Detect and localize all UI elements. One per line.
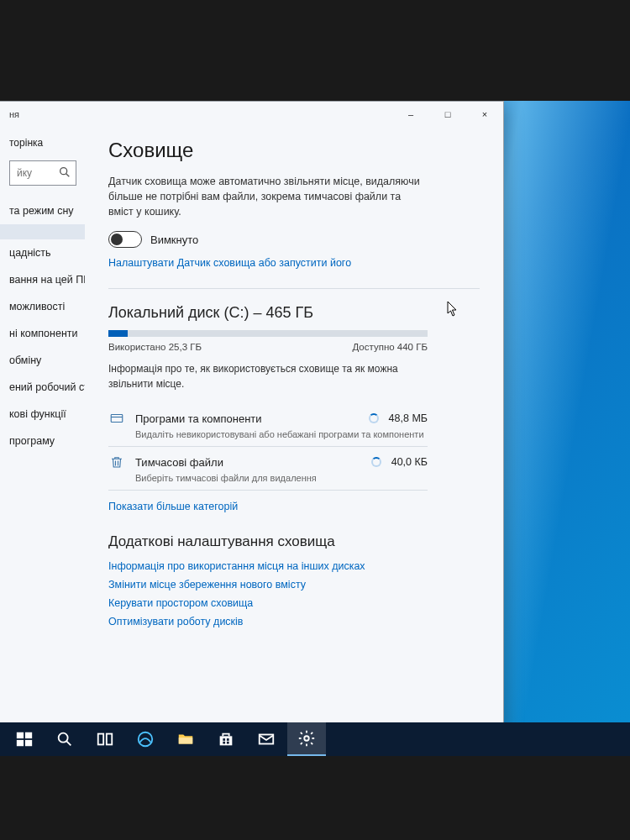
sidebar-item[interactable]: вання на цей ПК xyxy=(0,266,85,293)
divider xyxy=(108,288,480,289)
svg-rect-17 xyxy=(227,738,229,741)
disk-usage-fill xyxy=(108,330,128,337)
mail-button[interactable] xyxy=(247,722,286,756)
svg-rect-15 xyxy=(179,738,193,743)
other-drives-link[interactable]: Інформація про використання місця на інш… xyxy=(108,560,480,572)
sidebar-item[interactable]: ні компоненти xyxy=(0,320,85,347)
settings-button[interactable] xyxy=(287,722,326,756)
sidebar: торінка та режим сну цадність вання на ц… xyxy=(0,127,85,730)
disk-used-label: Використано 25,3 ГБ xyxy=(108,342,202,352)
optimize-drives-link[interactable]: Оптимізувати роботу дисків xyxy=(108,616,480,627)
category-temp-files[interactable]: Тимчасові файли 40,0 КБ Виберіть тимчасо… xyxy=(108,447,428,491)
manage-storage-spaces-link[interactable]: Керувати простором сховища xyxy=(108,597,480,609)
svg-rect-6 xyxy=(17,732,24,738)
sidebar-item-storage[interactable] xyxy=(0,224,85,239)
category-name: Тимчасові файли xyxy=(135,456,356,469)
svg-rect-12 xyxy=(98,734,103,745)
svg-rect-7 xyxy=(25,732,32,738)
taskbar-search-button[interactable] xyxy=(45,722,84,756)
minimize-button[interactable]: – xyxy=(392,102,429,127)
close-button[interactable]: × xyxy=(466,102,503,127)
category-name: Програми та компоненти xyxy=(135,412,354,425)
show-more-categories-link[interactable]: Показати більше категорій xyxy=(108,501,238,512)
category-size: 48,8 МБ xyxy=(389,412,428,424)
toggle-state-label: Вимкнуто xyxy=(150,234,198,246)
svg-point-21 xyxy=(304,736,309,741)
sidebar-item[interactable]: цадність xyxy=(0,239,85,266)
svg-rect-2 xyxy=(111,415,123,423)
maximize-button[interactable]: □ xyxy=(429,102,466,127)
sidebar-item[interactable]: обміну xyxy=(0,347,85,374)
apps-icon xyxy=(108,410,125,427)
disk-title: Локальний диск (C:) – 465 ГБ xyxy=(108,304,480,322)
taskbar xyxy=(0,722,630,756)
category-apps[interactable]: Програми та компоненти 48,8 МБ Видаліть … xyxy=(108,403,428,447)
file-explorer-button[interactable] xyxy=(166,722,205,756)
page-title: Сховище xyxy=(108,139,480,162)
svg-line-11 xyxy=(66,741,71,745)
sidebar-item[interactable]: програму xyxy=(0,428,85,454)
usage-hint: Інформація про те, як використовується с… xyxy=(108,362,428,391)
trash-icon xyxy=(108,454,125,470)
loading-spinner-icon xyxy=(369,413,379,423)
sidebar-item[interactable]: та режим сну xyxy=(0,197,85,224)
storage-sense-toggle[interactable] xyxy=(108,231,142,248)
start-button[interactable] xyxy=(5,722,44,756)
configure-storage-sense-link[interactable]: Налаштувати Датчик сховища або запустити… xyxy=(108,257,351,269)
category-size: 40,0 КБ xyxy=(391,456,428,468)
svg-rect-9 xyxy=(25,740,32,746)
home-link[interactable]: торінка xyxy=(0,132,85,157)
svg-rect-8 xyxy=(17,740,24,746)
loading-spinner-icon xyxy=(371,457,381,467)
window-title: ня xyxy=(0,109,392,119)
microsoft-store-button[interactable] xyxy=(207,722,245,756)
svg-point-10 xyxy=(59,733,68,743)
sidebar-item[interactable]: можливості xyxy=(0,293,85,320)
search-input[interactable] xyxy=(9,160,76,186)
settings-window: ня – □ × торінка та режим сну xyxy=(0,101,504,731)
disk-free-label: Доступно 440 ГБ xyxy=(352,342,428,352)
sidebar-item[interactable]: кові функції xyxy=(0,401,85,428)
svg-rect-18 xyxy=(223,742,225,744)
content-pane: Сховище Датчик сховища може автоматично … xyxy=(85,127,503,730)
taskbar-pinned-app[interactable] xyxy=(126,722,165,756)
change-save-location-link[interactable]: Змінити місце збереження нового вмісту xyxy=(108,579,480,591)
sidebar-item[interactable]: ений робочий стіл xyxy=(0,374,85,401)
disk-usage-bar xyxy=(108,330,428,337)
titlebar: ня – □ × xyxy=(0,102,503,127)
more-settings-heading: Додаткові налаштування сховища xyxy=(108,533,480,550)
svg-rect-19 xyxy=(227,742,229,744)
category-subtext: Виберіть тимчасові файли для видалення xyxy=(108,473,428,483)
category-subtext: Видаліть невикористовувані або небажані … xyxy=(108,429,428,439)
task-view-button[interactable] xyxy=(86,722,124,756)
svg-rect-16 xyxy=(223,738,225,741)
svg-rect-13 xyxy=(107,734,112,745)
storage-sense-description: Датчик сховища може автоматично звільнят… xyxy=(108,174,428,219)
